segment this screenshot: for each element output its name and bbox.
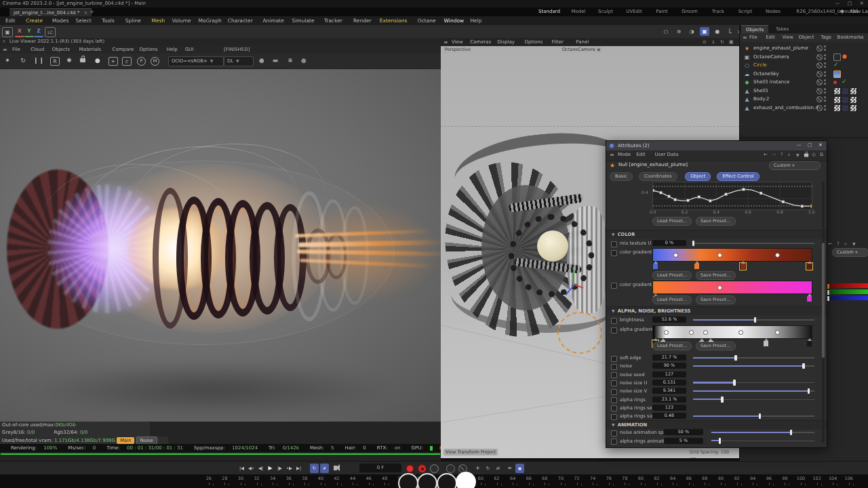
filter-icon[interactable]: ▼ <box>796 150 800 159</box>
new-window-icon[interactable]: ⧉ <box>820 150 823 159</box>
axis-x-icon[interactable]: X <box>15 27 24 37</box>
menu-render[interactable]: Render <box>353 16 372 25</box>
param-value-field[interactable]: 123 <box>652 405 686 411</box>
render-settings-icon[interactable]: ⊕ <box>674 27 684 36</box>
minimize-button[interactable]: — <box>833 0 842 7</box>
settings-icon[interactable]: ✱ <box>64 56 75 66</box>
coord-system-icon[interactable]: LC <box>45 27 56 37</box>
workplane-l-icon[interactable]: L <box>726 27 735 36</box>
menu-extensions[interactable]: Extensions <box>380 16 408 25</box>
gradient-bar-blue[interactable] <box>827 296 868 300</box>
scale-tool-icon[interactable]: ⇄ <box>494 464 502 473</box>
visibility-toggle-icon[interactable] <box>816 79 823 85</box>
record-icon[interactable] <box>406 464 414 473</box>
tag-reddot-icon[interactable] <box>833 81 837 84</box>
editor-render-dots[interactable] <box>824 79 827 85</box>
om-menu-edit[interactable]: Edit <box>766 33 775 42</box>
animation-dot-icon[interactable] <box>611 372 617 378</box>
preset-dropdown[interactable]: Custom ▼ <box>769 161 821 170</box>
gradient-midpoint-dot[interactable] <box>717 285 722 290</box>
animation-dot-icon[interactable] <box>611 439 617 445</box>
tag-tex-icon[interactable] <box>833 104 841 112</box>
gradient-midpoint-dot[interactable] <box>775 330 780 335</box>
slider-handle[interactable] <box>734 355 737 361</box>
back-icon[interactable]: ← <box>828 239 832 248</box>
save-preset-button[interactable]: Save Preset... <box>696 342 736 350</box>
aw-menu-mode[interactable]: Mode <box>618 150 631 159</box>
menu-character[interactable]: Character <box>228 16 253 25</box>
param-value-field[interactable]: 23.1 % <box>652 396 686 403</box>
back-icon[interactable]: ← <box>764 150 768 159</box>
gradient-midpoint-dot[interactable] <box>703 330 708 335</box>
hamburger-icon[interactable]: ≡ <box>743 33 747 42</box>
layout-tab-sculpt[interactable]: Sculpt <box>592 7 619 16</box>
editor-render-dots[interactable] <box>824 88 827 94</box>
animation-dot-icon[interactable] <box>611 430 617 436</box>
render-passes-icon[interactable]: ● <box>92 56 103 66</box>
visibility-toggle-icon[interactable] <box>816 96 823 102</box>
gradient-knot[interactable] <box>694 263 700 270</box>
object-row-shell3[interactable]: ▲Shell3 <box>740 87 868 96</box>
tab-basic[interactable]: Basic <box>610 172 633 181</box>
layout-tab-uvedit[interactable]: UVEdit <box>619 7 649 16</box>
new-layout-button[interactable]: New Lay <box>850 7 868 16</box>
filter-icon[interactable]: ▼ <box>852 239 856 248</box>
gradient-bar[interactable] <box>652 281 812 294</box>
param-value-field[interactable]: 21.7 % <box>652 354 686 361</box>
curve-editor[interactable] <box>652 182 812 210</box>
animation-dot-icon[interactable] <box>611 414 617 420</box>
tab-takes[interactable]: Takes <box>771 25 793 33</box>
menu-mograph[interactable]: MoGraph <box>199 16 222 25</box>
tag-check-icon[interactable]: ✓ <box>833 62 839 68</box>
maximize-button[interactable]: ▢ <box>845 0 854 7</box>
autokey-icon[interactable] <box>418 464 427 473</box>
gradient-knot[interactable] <box>763 340 769 347</box>
gradient-bar-red[interactable] <box>827 283 868 288</box>
gradient-midpoint-dot[interactable] <box>673 253 678 258</box>
scrollbar-thumb[interactable] <box>822 243 825 358</box>
animation-dot-icon[interactable] <box>611 405 617 411</box>
tag-film-icon[interactable] <box>833 54 841 61</box>
slider-handle[interactable] <box>692 241 695 247</box>
scrollbar[interactable] <box>822 182 825 443</box>
forward-icon[interactable]: → <box>772 150 776 159</box>
active-tool-icon[interactable]: ▣ <box>515 464 524 473</box>
keyframe-icon[interactable] <box>430 464 439 473</box>
rotate-tool-icon[interactable]: ↻ <box>484 464 492 473</box>
visibility-toggle-icon[interactable] <box>816 62 823 68</box>
menu-octane[interactable]: Octane <box>418 16 436 25</box>
slider-handle[interactable] <box>733 380 736 386</box>
menu-volume[interactable]: Volume <box>172 16 191 25</box>
layout-tab-model[interactable]: Model <box>565 7 592 16</box>
gradient-bar[interactable] <box>652 248 812 262</box>
go-to-end-icon[interactable]: ▶| <box>294 464 303 473</box>
save-preset-button[interactable]: Save Preset... <box>696 271 736 280</box>
restart-render-icon[interactable]: ↻ <box>18 56 28 66</box>
region-render-icon[interactable]: R <box>50 57 60 66</box>
animation-dot-icon[interactable] <box>611 250 617 256</box>
menu-tracker[interactable]: Tracker <box>324 16 342 25</box>
editor-render-dots[interactable] <box>824 105 827 110</box>
falloff-dashed-circle[interactable] <box>557 312 602 354</box>
menu-animate[interactable]: Animate <box>262 16 283 25</box>
close-button[interactable]: ✕ <box>857 0 867 7</box>
animation-dot-icon[interactable] <box>611 364 617 370</box>
animation-dot-icon[interactable] <box>611 241 617 247</box>
om-menu-bookmarks[interactable]: Bookmarks <box>837 33 864 42</box>
play-icon[interactable]: ▶ <box>266 464 275 473</box>
next-frame-icon[interactable]: |▶ <box>275 464 284 473</box>
pause-render-icon[interactable]: ❙❙ <box>33 56 44 66</box>
menu-help[interactable]: Help <box>470 16 481 25</box>
slider-handle[interactable] <box>790 430 793 436</box>
play-mode-icon[interactable]: # <box>320 464 329 473</box>
attributes-titlebar[interactable]: Attributes (2) — ▢ ✕ <box>606 141 827 150</box>
tag-phong-icon[interactable] <box>842 104 849 112</box>
up-icon[interactable]: ↑ <box>836 239 840 248</box>
param-value-field[interactable]: 0.48 <box>652 413 686 419</box>
section-color[interactable]: ▼COLOR <box>606 230 827 239</box>
animation-dot-icon[interactable] <box>611 380 617 386</box>
menu-window[interactable]: Window <box>444 16 465 25</box>
previous-frame-icon[interactable]: ◀| <box>256 464 265 473</box>
object-row-engine-exhaust-plume[interactable]: ★engine_exhaust_plume <box>740 44 868 53</box>
animation-dot-icon[interactable] <box>611 389 617 395</box>
